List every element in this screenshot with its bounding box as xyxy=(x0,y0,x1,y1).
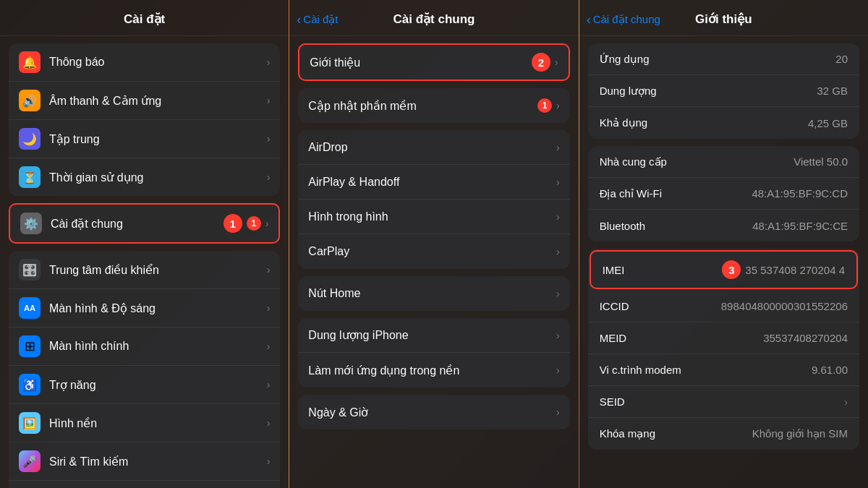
right-row-apps: Ứng dụng 20 xyxy=(588,43,859,75)
siri-label: Siri & Tìm kiếm xyxy=(49,455,267,468)
notifications-chevron: › xyxy=(267,56,271,68)
step-3-badge: 3 xyxy=(722,260,741,279)
left-panel-header: Cài đặt xyxy=(0,0,289,36)
middle-item-airdrop[interactable]: AirDrop › xyxy=(298,130,569,165)
right-group-1: Ứng dụng 20 Dung lượng 32 GB Khả dụng 4,… xyxy=(588,43,859,139)
bluetooth-value: 48:A1:95:BF:9C:CE xyxy=(752,220,848,232)
settings-item-display[interactable]: AA Màn hình & Độ sáng › xyxy=(9,289,280,328)
settings-item-accessibility[interactable]: ♿ Trợ năng › xyxy=(9,366,280,404)
right-row-lock: Khóa mạng Không giới hạn SIM xyxy=(588,418,859,450)
left-panel-scroll: 🔔 Thông báo › 🔊 Âm thanh & Cảm ứng › 🌙 T… xyxy=(0,36,289,488)
focus-label: Tập trung xyxy=(49,132,267,146)
modem-label: Vi c.trình modem xyxy=(600,364,681,376)
step-2-badge: 2 xyxy=(532,53,550,72)
settings-item-sound[interactable]: 🔊 Âm thanh & Cảm ứng › xyxy=(9,82,280,120)
controlcenter-chevron: › xyxy=(267,264,271,275)
step-1-badge: 1 xyxy=(224,214,242,233)
middle-item-about[interactable]: Giới thiệu 2 › xyxy=(299,45,568,80)
notifications-right: › xyxy=(267,56,271,68)
right-row-carrier: Nhà cung cấp Viettel 50.0 xyxy=(588,146,859,178)
left-panel: Cài đặt 🔔 Thông báo › 🔊 Âm thanh & Cảm ứ… xyxy=(0,0,289,488)
middle-group-home: Nút Home › xyxy=(298,276,569,311)
screentime-label: Thời gian sử dụng xyxy=(49,171,267,184)
middle-item-pip[interactable]: Hình trong hình › xyxy=(298,200,569,234)
settings-item-screentime[interactable]: ⏳ Thời gian sử dụng › xyxy=(9,158,280,196)
seid-label: SEID xyxy=(600,395,625,408)
notifications-label: Thông báo xyxy=(49,56,267,69)
refresh-label: Làm mới ứng dụng trong nền xyxy=(308,364,556,377)
right-row-wifi: Địa chỉ Wi-Fi 48:A1:95:BF:9C:CD xyxy=(588,178,859,210)
middle-item-datetime[interactable]: Ngày & Giờ › xyxy=(298,395,569,429)
iccid-label: ICCID xyxy=(600,300,629,312)
carplay-chevron: › xyxy=(556,246,560,257)
meid-label: MEID xyxy=(600,332,627,344)
settings-item-controlcenter[interactable]: 🎛️ Trung tâm điều khiển › xyxy=(9,251,280,289)
right-row-imei: IMEI 3 35 537408 270204 4 xyxy=(590,250,858,289)
middle-back-chevron-icon: ‹ xyxy=(297,13,301,26)
home-label: Nút Home xyxy=(308,287,556,300)
right-back-button[interactable]: ‹ Cài đặt chung xyxy=(587,13,660,26)
wifi-value: 48:A1:95:BF:9C:CD xyxy=(752,187,848,200)
update-badge: 1 xyxy=(537,98,552,113)
right-group-2: Nhà cung cấp Viettel 50.0 Địa chỉ Wi-Fi … xyxy=(588,146,859,241)
update-chevron: › xyxy=(556,100,560,111)
middle-item-airplay[interactable]: AirPlay & Handoff › xyxy=(298,165,569,200)
middle-item-home[interactable]: Nút Home › xyxy=(298,276,569,311)
middle-item-update[interactable]: Cập nhật phần mềm 1 › xyxy=(298,88,569,123)
airplay-chevron: › xyxy=(556,176,560,188)
middle-group-datetime: Ngày & Giờ › xyxy=(298,395,569,429)
middle-item-carplay[interactable]: CarPlay › xyxy=(298,234,569,269)
settings-item-general[interactable]: ⚙️ Cài đặt chung 1 1 › xyxy=(10,205,278,242)
general-right: 1 1 › xyxy=(218,214,269,233)
middle-panel-title: Cài đặt chung xyxy=(393,12,475,27)
middle-group-storage: Dung lượng iPhone › Làm mới ứng dụng tro… xyxy=(298,318,569,388)
settings-item-homescreen[interactable]: ⊞ Màn hình chính › xyxy=(9,328,280,366)
settings-item-focus[interactable]: 🌙 Tập trung › xyxy=(9,120,280,158)
sound-right: › xyxy=(267,95,271,106)
right-row-meid: MEID 35537408270204 xyxy=(588,322,859,354)
middle-back-button[interactable]: ‹ Cài đặt xyxy=(297,13,338,26)
middle-item-storage[interactable]: Dung lượng iPhone › xyxy=(298,318,569,353)
middle-group-airdrop: AirDrop › AirPlay & Handoff › Hình trong… xyxy=(298,130,569,269)
storage-chevron: › xyxy=(556,330,560,341)
datetime-label: Ngày & Giờ xyxy=(308,406,556,419)
general-icon: ⚙️ xyxy=(20,213,42,234)
right-back-label: Cài đặt chung xyxy=(593,13,660,26)
focus-right: › xyxy=(267,133,271,145)
modem-value: 9.61.00 xyxy=(812,364,848,376)
middle-group-update: Cập nhật phần mềm 1 › xyxy=(298,88,569,123)
sound-label: Âm thanh & Cảm ứng xyxy=(49,94,267,108)
right-row-seid[interactable]: SEID › xyxy=(588,386,859,418)
about-right: 2 › xyxy=(526,53,558,72)
left-group-3: 🎛️ Trung tâm điều khiển › AA Màn hình & … xyxy=(9,251,280,488)
middle-back-label: Cài đặt xyxy=(303,13,338,26)
iccid-value: 898404800000301552206 xyxy=(721,300,848,312)
settings-item-siri[interactable]: 🎤 Siri & Tìm kiếm › xyxy=(9,442,280,481)
left-group-1: 🔔 Thông báo › 🔊 Âm thanh & Cảm ứng › 🌙 T… xyxy=(9,43,280,196)
update-label: Cập nhật phần mềm xyxy=(308,99,537,113)
general-label: Cài đặt chung xyxy=(51,217,218,231)
focus-chevron: › xyxy=(267,133,271,145)
carrier-label: Nhà cung cấp xyxy=(600,155,667,168)
screentime-chevron: › xyxy=(267,171,271,183)
right-panel-header: ‹ Cài đặt chung Giới thiệu xyxy=(579,0,868,36)
sound-chevron: › xyxy=(267,95,271,106)
home-chevron: › xyxy=(556,288,560,299)
refresh-chevron: › xyxy=(556,364,560,376)
pip-label: Hình trong hình xyxy=(308,210,556,223)
middle-item-refresh[interactable]: Làm mới ứng dụng trong nền › xyxy=(298,353,569,388)
settings-item-notifications[interactable]: 🔔 Thông báo › xyxy=(9,43,280,82)
lock-label: Khóa mạng xyxy=(600,427,655,440)
settings-item-touchid[interactable]: 👆 Touch ID & Mật mã › xyxy=(9,481,280,488)
screentime-icon: ⏳ xyxy=(19,166,41,188)
settings-item-wallpaper[interactable]: 🖼️ Hình nền › xyxy=(9,404,280,442)
siri-chevron: › xyxy=(267,455,271,467)
right-panel-scroll: Ứng dụng 20 Dung lượng 32 GB Khả dụng 4,… xyxy=(579,36,868,488)
general-badge: 1 xyxy=(247,216,261,231)
controlcenter-label: Trung tâm điều khiển xyxy=(49,263,267,277)
about-label: Giới thiệu xyxy=(310,56,526,69)
lock-value: Không giới hạn SIM xyxy=(752,427,848,440)
accessibility-chevron: › xyxy=(267,379,271,390)
carrier-value: Viettel 50.0 xyxy=(793,155,848,168)
focus-icon: 🌙 xyxy=(19,128,41,150)
